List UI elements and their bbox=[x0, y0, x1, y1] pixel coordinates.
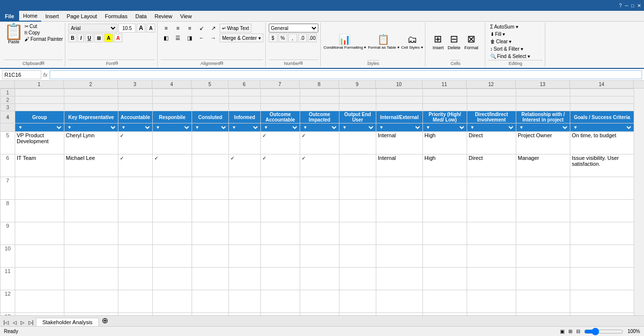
sheet-tab-stakeholder[interactable]: Stakeholder Analysis bbox=[36, 318, 99, 327]
cell[interactable] bbox=[516, 96, 570, 104]
cell[interactable] bbox=[15, 200, 64, 222]
cell-responsible[interactable] bbox=[153, 132, 192, 154]
cell[interactable] bbox=[300, 245, 339, 268]
cell[interactable] bbox=[570, 222, 634, 245]
find-select-button[interactable]: 🔍 Find & Select ▾ bbox=[488, 53, 532, 60]
cell[interactable] bbox=[153, 268, 192, 290]
cell-accountable[interactable]: ✓ bbox=[118, 154, 153, 177]
cell-outcome-imp[interactable]: ✓ bbox=[300, 154, 339, 177]
increase-font-button[interactable]: A bbox=[137, 24, 145, 32]
cell[interactable] bbox=[570, 200, 634, 222]
cell[interactable] bbox=[339, 290, 376, 313]
cell-accountable[interactable]: ✓ bbox=[118, 132, 153, 154]
cell[interactable] bbox=[192, 268, 229, 290]
cell[interactable] bbox=[153, 200, 192, 222]
cell[interactable] bbox=[570, 96, 634, 104]
cell[interactable] bbox=[467, 200, 516, 222]
cell[interactable] bbox=[516, 104, 570, 111]
cell[interactable] bbox=[423, 89, 467, 96]
cell[interactable] bbox=[376, 200, 423, 222]
filter-group[interactable]: ▼ bbox=[15, 123, 64, 132]
cell[interactable] bbox=[229, 104, 261, 111]
cell-informed[interactable] bbox=[229, 132, 261, 154]
cell[interactable] bbox=[261, 200, 300, 222]
increase-decimal-button[interactable]: .0 bbox=[298, 33, 307, 42]
ltr-button[interactable]: → bbox=[208, 33, 219, 42]
filter-relationship[interactable]: ▼ bbox=[516, 123, 570, 132]
cell[interactable] bbox=[261, 104, 300, 111]
cell[interactable] bbox=[423, 222, 467, 245]
cell[interactable] bbox=[423, 177, 467, 200]
last-sheet-btn[interactable]: ▷| bbox=[27, 320, 35, 325]
cell[interactable] bbox=[229, 245, 261, 268]
header-accountable[interactable]: Accountable bbox=[118, 111, 153, 123]
cell[interactable] bbox=[570, 290, 634, 313]
cell-responsible[interactable]: ✓ bbox=[153, 154, 192, 177]
cell[interactable] bbox=[153, 104, 192, 111]
filter-outcome-imp-select[interactable]: ▼ bbox=[301, 123, 338, 131]
minimize-btn[interactable]: ─ bbox=[625, 3, 628, 8]
col-header-9[interactable]: 9 bbox=[339, 81, 376, 88]
add-sheet-btn[interactable]: ⊕ bbox=[102, 316, 108, 326]
cell[interactable] bbox=[467, 245, 516, 268]
font-family-select[interactable]: Arial bbox=[68, 24, 117, 32]
indent-decrease-button[interactable]: ↙ bbox=[196, 24, 207, 32]
cell[interactable] bbox=[64, 177, 118, 200]
header-key-rep[interactable]: Key Representative bbox=[64, 111, 118, 123]
cell[interactable] bbox=[300, 222, 339, 245]
cell[interactable] bbox=[516, 268, 570, 290]
cell-relationship[interactable]: Manager bbox=[516, 154, 570, 177]
filter-key-rep[interactable]: ▼ bbox=[64, 123, 118, 132]
normal-view-btn[interactable]: ▣ bbox=[560, 329, 564, 334]
col-header-10[interactable]: 10 bbox=[376, 81, 422, 88]
prev-sheet-btn[interactable]: ◁ bbox=[11, 320, 18, 325]
col-header-12[interactable]: 12 bbox=[467, 81, 516, 88]
cell[interactable] bbox=[64, 96, 118, 104]
align-top-right-button[interactable]: ≡ bbox=[184, 24, 195, 32]
cell[interactable] bbox=[118, 89, 153, 96]
number-format-select[interactable]: General bbox=[269, 24, 318, 32]
cell[interactable] bbox=[300, 268, 339, 290]
header-relationship[interactable]: Relationship with / Interest in project bbox=[516, 111, 570, 123]
font-size-input[interactable] bbox=[118, 24, 136, 32]
cell[interactable] bbox=[118, 268, 153, 290]
filter-outcome-acc-select[interactable]: ▼ bbox=[262, 123, 299, 131]
align-left-button[interactable]: ◧ bbox=[161, 33, 171, 42]
cell-relationship[interactable]: Project Owner bbox=[516, 132, 570, 154]
cell[interactable] bbox=[423, 290, 467, 313]
cell[interactable] bbox=[423, 96, 467, 104]
header-internal-external[interactable]: Internal/External bbox=[376, 111, 423, 123]
cell[interactable] bbox=[153, 245, 192, 268]
cell[interactable] bbox=[153, 89, 192, 96]
alignment-label[interactable]: Alignment ⧉ bbox=[161, 60, 263, 66]
col-header-3[interactable]: 3 bbox=[118, 81, 152, 88]
cell-outcome-acc[interactable]: ✓ bbox=[261, 132, 300, 154]
next-sheet-btn[interactable]: ▷ bbox=[19, 320, 26, 325]
filter-relationship-select[interactable]: ▼ bbox=[517, 123, 569, 131]
cell[interactable] bbox=[300, 96, 339, 104]
cell[interactable] bbox=[376, 177, 423, 200]
cell[interactable] bbox=[467, 104, 516, 111]
header-outcome-impacted[interactable]: Outcome Impacted bbox=[300, 111, 339, 123]
cell[interactable] bbox=[229, 290, 261, 313]
cell[interactable] bbox=[376, 290, 423, 313]
cell[interactable] bbox=[192, 96, 229, 104]
cell[interactable] bbox=[192, 104, 229, 111]
filter-informed[interactable]: ▼ bbox=[229, 123, 261, 132]
cell[interactable] bbox=[15, 104, 64, 111]
cell[interactable] bbox=[64, 222, 118, 245]
conditional-formatting-button[interactable]: 📊 Conditional Formatting ▾ bbox=[324, 33, 366, 50]
filter-priority[interactable]: ▼ bbox=[423, 123, 467, 132]
cell[interactable] bbox=[261, 89, 300, 96]
header-responsible[interactable]: Responbile bbox=[153, 111, 192, 123]
cell[interactable] bbox=[376, 89, 423, 96]
cell[interactable] bbox=[516, 89, 570, 96]
cell[interactable] bbox=[118, 104, 153, 111]
align-top-left-button[interactable]: ≡ bbox=[161, 24, 171, 32]
filter-consulted-select[interactable]: ▼ bbox=[193, 123, 227, 131]
maximize-btn[interactable]: □ bbox=[631, 3, 634, 8]
cell[interactable] bbox=[229, 89, 261, 96]
italic-button[interactable]: I bbox=[78, 33, 84, 42]
cell[interactable] bbox=[153, 290, 192, 313]
cell-output[interactable] bbox=[339, 132, 376, 154]
